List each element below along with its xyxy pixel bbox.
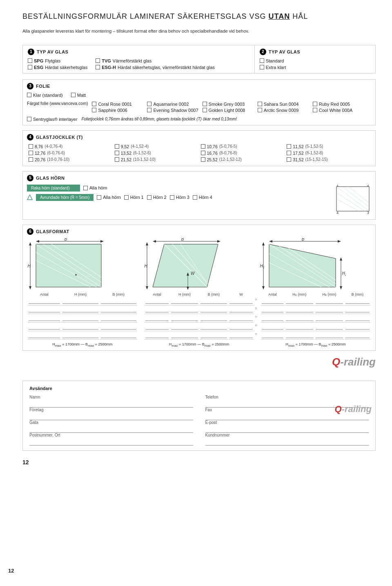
horn1-item: Hörn 1 — [124, 195, 144, 200]
section6-num: 6 — [27, 228, 33, 235]
esgh-checkbox[interactable] — [96, 65, 100, 69]
contact-grid: Namn Företag Gata Postnummer, Ort Telefo… — [29, 395, 369, 446]
color-6: Evening Shadow 0007 — [147, 108, 198, 113]
color-8: Arctic Snow 0009 — [258, 108, 309, 113]
svg-text:H2: H2 — [342, 271, 346, 276]
glasformat-panels: B H Antal H (mm) — [27, 238, 371, 348]
horn-row2-alla-checkbox[interactable] — [97, 195, 101, 200]
foretag-input[interactable] — [29, 413, 193, 420]
format2-note: Hmax = 1700mm — Bmax = 2500mm — [144, 342, 255, 348]
standard-checkbox[interactable] — [260, 58, 264, 63]
field-epost: E-post — [205, 420, 369, 433]
svg-marker-47 — [262, 242, 265, 245]
field-gata: Gata — [29, 420, 193, 433]
svg-text:B: B — [181, 238, 184, 241]
horn-row1-option: Alla hörn — [83, 185, 107, 190]
section4-num: 4 — [27, 134, 33, 140]
section4-title: GLASTJOCKLEK (T) — [36, 135, 83, 140]
svg-marker-48 — [262, 286, 265, 290]
section1-num: 1 — [28, 49, 34, 55]
svg-text:H: H — [27, 264, 31, 268]
horn3-item: Hörn 3 — [170, 195, 189, 200]
svg-text:H1: H1 — [260, 264, 265, 269]
svg-marker-28 — [217, 240, 220, 243]
color-9: Cool White 000A — [313, 108, 364, 113]
spg-item: SPG Flytglas — [28, 58, 87, 63]
klar-checkbox[interactable] — [27, 93, 31, 97]
section6-glasformat: 6 GLASFORMAT B H — [22, 225, 376, 351]
extra-klart-item: Extra klart — [260, 65, 370, 70]
spg-checkbox[interactable] — [28, 58, 32, 63]
glas-7: 17,52(8-1,52-8) — [285, 150, 371, 156]
esg-item: ESG Härdat säkerhetsglas — [28, 65, 87, 70]
horn-rows: Raka hörn (standard) Alla hörn Avrundade… — [27, 185, 212, 201]
horn-row1: Raka hörn (standard) Alla hörn — [27, 185, 212, 192]
svg-marker-27 — [153, 240, 156, 243]
svg-marker-32 — [146, 286, 148, 290]
gata-input[interactable] — [29, 426, 193, 433]
svg-marker-52 — [340, 286, 342, 290]
section5-title: GLAS HÖRN — [36, 176, 65, 180]
section1-title: TYP AV GLAS — [37, 49, 68, 54]
format2-svg: B H W — [144, 238, 221, 291]
svg-line-8 — [349, 187, 369, 203]
glastjocklek-grid: 8,76(4-0,76-4) 9,52(4-1,52-4) 10,76(5-0,… — [27, 144, 371, 163]
sentryglas-row: Sentryglas® interlayer Folietjocklek 0,7… — [27, 117, 371, 122]
page-number: 12 — [8, 568, 14, 574]
horn4-item: Hörn 4 — [193, 195, 212, 200]
epost-input[interactable] — [205, 426, 369, 433]
section4-glastjocklek: 4 GLASTJOCKLEK (T) 8,76(4-0,76-4) 9,52(4… — [22, 130, 376, 166]
field-foretag: Företag — [29, 408, 193, 420]
horn2-checkbox[interactable] — [147, 195, 151, 200]
section5-horn: 5 GLAS HÖRN Raka hörn (standard) Alla hö… — [22, 171, 376, 220]
svg-marker-13 — [100, 240, 104, 243]
format3-svg: B H1 H2 — [260, 238, 346, 291]
extra-klart-checkbox[interactable] — [260, 65, 264, 69]
arrow-icon — [27, 194, 33, 200]
color-7: Golden Light 0008 — [203, 108, 254, 113]
sentryglas-note: Folietjocklek 0,76mm ändras till 0,89mm,… — [81, 117, 237, 121]
glas-3: 11,52(5-1,52-5) — [285, 144, 371, 149]
tvg-checkbox[interactable] — [96, 58, 100, 63]
section1-box: 1 TYP AV GLAS SPG Flytglas ESG Härdat sä… — [23, 45, 255, 73]
svg-text:1: 1 — [336, 185, 339, 187]
horn-row2: Avrundade hörn (R = 5mm) Alla hörn Hörn … — [27, 194, 212, 201]
format3-table: Antal H₁ (mm) H₂ (mm) B (mm) — [260, 291, 371, 341]
horn-row1-checkbox[interactable] — [83, 186, 88, 190]
horn3-checkbox[interactable] — [170, 195, 174, 200]
typ-glas-container: 1 TYP AV GLAS SPG Flytglas ESG Härdat sä… — [22, 45, 376, 74]
section5-num: 5 — [27, 175, 33, 181]
field-kundnummer: Kundnummer — [205, 433, 369, 446]
glas-0: 8,76(4-0,76-4) — [27, 144, 113, 149]
svg-marker-16 — [29, 242, 31, 245]
glas-8: 20,76(10-0,76-10) — [27, 157, 113, 163]
format1-table: Antal H (mm) B (mm) — [27, 291, 138, 341]
contact-left-col: Namn Företag Gata Postnummer, Ort — [29, 395, 193, 446]
esg-checkbox[interactable] — [28, 65, 32, 69]
horn-diagram-svg: 1 2 3 4 — [334, 185, 371, 215]
svg-text:4: 4 — [336, 211, 339, 215]
postnummer-input[interactable] — [29, 438, 193, 446]
field-namn: Namn — [29, 395, 193, 408]
namn-input[interactable] — [29, 400, 193, 408]
folie-klar-matt: Klar (standard) Matt — [27, 93, 371, 98]
svg-line-7 — [343, 187, 369, 207]
format2-table: Antal H (mm) B (mm) W ○ ○ ○ ○ ○ — [144, 291, 255, 341]
sentryglas-checkbox[interactable] — [27, 117, 31, 121]
svg-marker-43 — [269, 240, 272, 243]
svg-text:W: W — [191, 271, 195, 276]
horn-diagram: 1 2 3 4 — [334, 185, 371, 216]
matt-checkbox[interactable] — [71, 93, 76, 97]
svg-text:3: 3 — [367, 211, 369, 215]
format1-panel: B H Antal H (mm) — [27, 238, 138, 348]
glas-6: 16,76(8-0,76-8) — [199, 150, 285, 156]
contact-section: Avsändare Namn Företag Gata Postnummer, … — [22, 381, 376, 451]
horn1-checkbox[interactable] — [124, 195, 129, 200]
horn4-checkbox[interactable] — [193, 195, 197, 200]
svg-text:B: B — [302, 238, 305, 241]
svg-marker-51 — [340, 257, 342, 261]
folie-colors-section: Färgat folie (www.vanceva.com) Coral Ros… — [27, 100, 371, 114]
section2-box: 2 TYP AV GLAS Standard Extra klart — [255, 45, 375, 73]
format1-svg: B H — [27, 238, 105, 291]
kundnummer-input[interactable] — [205, 438, 369, 446]
